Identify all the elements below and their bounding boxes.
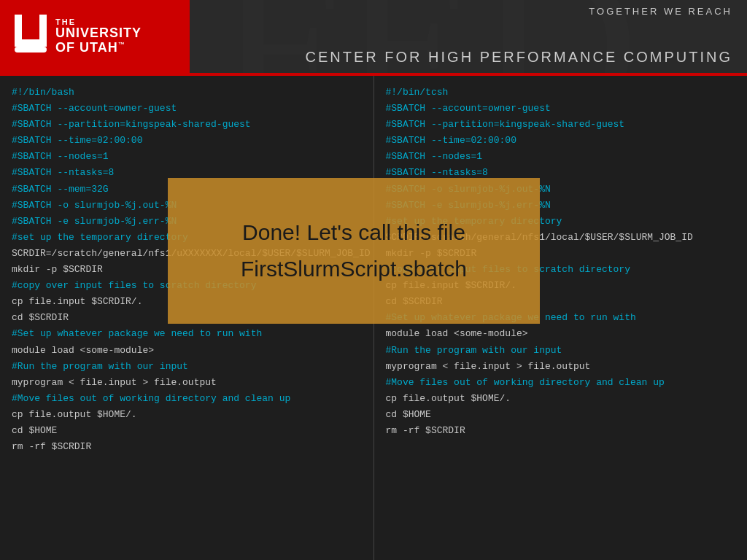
- code-line: myprogram < file.input > file.output: [386, 359, 736, 375]
- header: THE UNIVERSITY OF UTAH™ TOGETHER WE REAC…: [0, 0, 747, 73]
- logo-of-utah: OF UTAH™: [55, 40, 142, 55]
- chpc-title: CENTER FOR HIGH PERFORMANCE COMPUTING: [306, 49, 732, 66]
- overlay-popup: Done! Let's call this file FirstSlurmScr…: [168, 178, 540, 324]
- code-line: module load <some-module>: [386, 326, 736, 342]
- code-line: cp file.output $HOME/.: [386, 391, 736, 407]
- code-line: rm -rf $SCRDIR: [386, 423, 736, 439]
- code-line: #SBATCH --time=02:00:00: [12, 133, 362, 149]
- logo-u-letter: [15, 15, 47, 58]
- code-line: #!/bin/tcsh: [386, 85, 736, 101]
- code-line: #SBATCH --nodes=1: [386, 149, 736, 165]
- code-line: #!/bin/bash: [12, 85, 362, 101]
- header-center: TOGETHER WE REACH CENTER FOR HIGH PERFOR…: [190, 0, 747, 73]
- code-line: #SBATCH --account=owner-guest: [12, 101, 362, 117]
- code-line: #SBATCH --partition=kingspeak-shared-gue…: [12, 117, 362, 133]
- code-line: cd $HOME: [12, 423, 362, 439]
- code-line: #SBATCH --partition=kingspeak-shared-gue…: [386, 117, 736, 133]
- code-line: #Move files out of working directory and…: [12, 391, 362, 407]
- code-line: #SBATCH --nodes=1: [12, 149, 362, 165]
- svg-rect-3: [15, 47, 47, 52]
- logo-university: UNIVERSITY: [55, 26, 142, 41]
- code-line: #SBATCH --time=02:00:00: [386, 133, 736, 149]
- code-line: cd $HOME: [386, 407, 736, 423]
- code-line: #Run the program with our input: [386, 343, 736, 359]
- code-line: #Run the program with our input: [12, 359, 362, 375]
- overlay-line2: FirstSlurmScript.sbatch: [241, 257, 467, 281]
- code-line: module load <some-module>: [12, 343, 362, 359]
- together-we-reach: TOGETHER WE REACH: [589, 6, 732, 17]
- logo-text: THE UNIVERSITY OF UTAH™: [55, 18, 142, 56]
- code-line: #SBATCH --account=owner-guest: [386, 101, 736, 117]
- logo-section: THE UNIVERSITY OF UTAH™: [0, 0, 190, 73]
- code-line: #Set up whatever package we need to run …: [12, 326, 362, 342]
- code-line: #Move files out of working directory and…: [386, 375, 736, 391]
- logo-the: THE: [55, 18, 142, 26]
- code-line: rm -rf $SCRDIR: [12, 439, 362, 455]
- overlay-line1: Done! Let's call this file: [242, 220, 465, 245]
- code-line: myprogram < file.input > file.output: [12, 375, 362, 391]
- code-line: cp file.output $HOME/.: [12, 407, 362, 423]
- main-content: #!/bin/bash#SBATCH --account=owner-guest…: [0, 76, 747, 560]
- svg-rect-2: [15, 39, 47, 47]
